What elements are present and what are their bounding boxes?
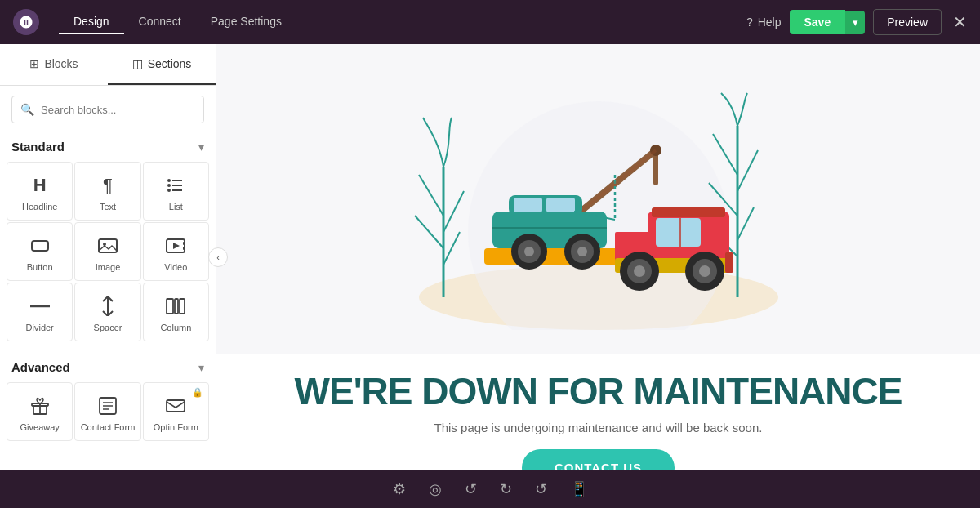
mobile-preview-icon[interactable]: 📱 bbox=[570, 480, 588, 498]
image-label: Image bbox=[96, 262, 121, 272]
standard-label: Standard bbox=[11, 140, 65, 154]
tow-truck-illustration bbox=[386, 69, 811, 330]
maintenance-title: WE'RE DOWN FOR MAINTENANCE bbox=[295, 371, 902, 412]
advanced-label: Advanced bbox=[11, 360, 70, 374]
settings-icon[interactable]: ⚙ bbox=[393, 480, 406, 498]
svg-rect-12 bbox=[183, 247, 185, 250]
refresh-icon[interactable]: ↺ bbox=[535, 480, 547, 498]
svg-point-3 bbox=[167, 179, 171, 182]
help-button[interactable]: ? Help bbox=[746, 16, 782, 29]
advanced-toggle[interactable]: ▾ bbox=[198, 361, 204, 374]
block-button[interactable]: Button bbox=[7, 222, 73, 281]
block-contact-form[interactable]: Contact Form bbox=[74, 382, 140, 441]
advanced-blocks-grid: Giveaway Contact Form 🔒 Optin Form bbox=[0, 379, 216, 449]
svg-point-4 bbox=[167, 184, 171, 187]
search-box: 🔍 bbox=[11, 96, 204, 123]
tab-page-settings[interactable]: Page Settings bbox=[196, 10, 296, 34]
panel-tabs: ⊞ Blocks ◫ Sections bbox=[0, 44, 216, 86]
list-icon bbox=[164, 174, 187, 197]
collapse-panel-button[interactable]: ‹ bbox=[208, 247, 228, 267]
help-icon: ? bbox=[746, 16, 753, 29]
svg-rect-25 bbox=[167, 400, 185, 412]
svg-marker-10 bbox=[173, 243, 180, 249]
optin-form-icon bbox=[164, 394, 187, 417]
svg-line-31 bbox=[415, 216, 443, 248]
svg-line-37 bbox=[737, 207, 754, 240]
block-spacer[interactable]: Spacer bbox=[74, 283, 140, 341]
search-wrapper: 🔍 bbox=[0, 86, 216, 133]
contact-form-icon bbox=[96, 394, 119, 417]
svg-point-66 bbox=[634, 265, 645, 277]
nav-right: ? Help Save ▾ Preview ✕ bbox=[746, 9, 967, 35]
svg-rect-70 bbox=[725, 252, 733, 273]
block-headline[interactable]: H Headline bbox=[7, 162, 73, 221]
illustration-area bbox=[216, 44, 980, 354]
standard-section-header: Standard ▾ bbox=[0, 133, 216, 158]
column-label: Column bbox=[160, 323, 191, 332]
svg-point-63 bbox=[577, 247, 587, 256]
redo-icon[interactable]: ↻ bbox=[500, 480, 512, 498]
svg-rect-17 bbox=[180, 299, 185, 314]
save-button[interactable]: Save bbox=[790, 10, 846, 34]
tab-design[interactable]: Design bbox=[59, 10, 124, 34]
layers-icon[interactable]: ◎ bbox=[429, 480, 442, 498]
block-column[interactable]: Column bbox=[143, 283, 209, 341]
block-video[interactable]: Video bbox=[143, 222, 209, 281]
standard-toggle[interactable]: ▾ bbox=[198, 140, 204, 154]
tab-blocks[interactable]: ⊞ Blocks bbox=[0, 44, 108, 85]
text-icon: ¶ bbox=[96, 174, 119, 197]
divider-icon bbox=[29, 295, 51, 318]
spacer-label: Spacer bbox=[94, 323, 122, 332]
svg-point-60 bbox=[524, 247, 534, 256]
block-divider[interactable]: Divider bbox=[7, 283, 73, 341]
blocks-icon: ⊞ bbox=[29, 57, 39, 70]
svg-line-29 bbox=[419, 175, 443, 216]
advanced-section-header: Advanced ▾ bbox=[0, 354, 216, 379]
tab-connect[interactable]: Connect bbox=[124, 10, 196, 34]
svg-rect-7 bbox=[99, 239, 117, 252]
left-panel-wrap: ⊞ Blocks ◫ Sections 🔍 Standard ▾ bbox=[0, 44, 216, 470]
undo-icon[interactable]: ↺ bbox=[465, 480, 477, 498]
svg-line-34 bbox=[713, 134, 737, 175]
left-panel: ⊞ Blocks ◫ Sections 🔍 Standard ▾ bbox=[0, 44, 216, 470]
main-layout: ⊞ Blocks ◫ Sections 🔍 Standard ▾ bbox=[0, 44, 980, 470]
block-optin-form[interactable]: 🔒 Optin Form bbox=[143, 382, 209, 441]
svg-rect-11 bbox=[183, 242, 185, 245]
sections-icon: ◫ bbox=[132, 57, 143, 70]
top-nav: Design Connect Page Settings ? Help Save… bbox=[0, 0, 980, 44]
sections-label: Sections bbox=[148, 57, 192, 70]
block-giveaway[interactable]: Giveaway bbox=[7, 382, 73, 441]
svg-rect-6 bbox=[32, 241, 48, 251]
svg-rect-41 bbox=[656, 218, 701, 247]
svg-point-5 bbox=[167, 189, 171, 192]
block-image[interactable]: Image bbox=[74, 222, 140, 281]
list-label: List bbox=[169, 202, 183, 212]
preview-button[interactable]: Preview bbox=[873, 9, 942, 35]
svg-line-35 bbox=[737, 150, 758, 191]
image-icon bbox=[96, 234, 119, 257]
canvas: WE'RE DOWN FOR MAINTENANCE This page is … bbox=[216, 44, 980, 470]
svg-rect-54 bbox=[514, 198, 542, 212]
svg-line-32 bbox=[443, 232, 460, 265]
giveaway-label: Giveaway bbox=[20, 422, 60, 432]
button-label: Button bbox=[27, 262, 53, 272]
video-label: Video bbox=[164, 262, 187, 272]
headline-label: Headline bbox=[22, 202, 57, 212]
search-icon: 🔍 bbox=[20, 103, 34, 116]
tab-sections[interactable]: ◫ Sections bbox=[108, 44, 216, 85]
svg-rect-43 bbox=[652, 207, 725, 217]
close-button[interactable]: ✕ bbox=[953, 12, 967, 32]
maintenance-subtitle: This page is undergoing maintenance and … bbox=[434, 421, 763, 434]
contact-us-button[interactable]: CONTACT US bbox=[522, 449, 675, 470]
save-dropdown-button[interactable]: ▾ bbox=[845, 11, 865, 34]
blocks-label: Blocks bbox=[44, 57, 78, 70]
svg-rect-55 bbox=[546, 198, 575, 212]
panel-divider bbox=[7, 350, 209, 350]
canvas-content: WE'RE DOWN FOR MAINTENANCE This page is … bbox=[216, 44, 980, 470]
search-input[interactable] bbox=[41, 104, 195, 116]
svg-rect-16 bbox=[175, 299, 178, 314]
text-label: Text bbox=[100, 202, 116, 212]
app-logo bbox=[13, 9, 39, 35]
block-text[interactable]: ¶ Text bbox=[74, 162, 140, 221]
block-list[interactable]: List bbox=[143, 162, 209, 221]
